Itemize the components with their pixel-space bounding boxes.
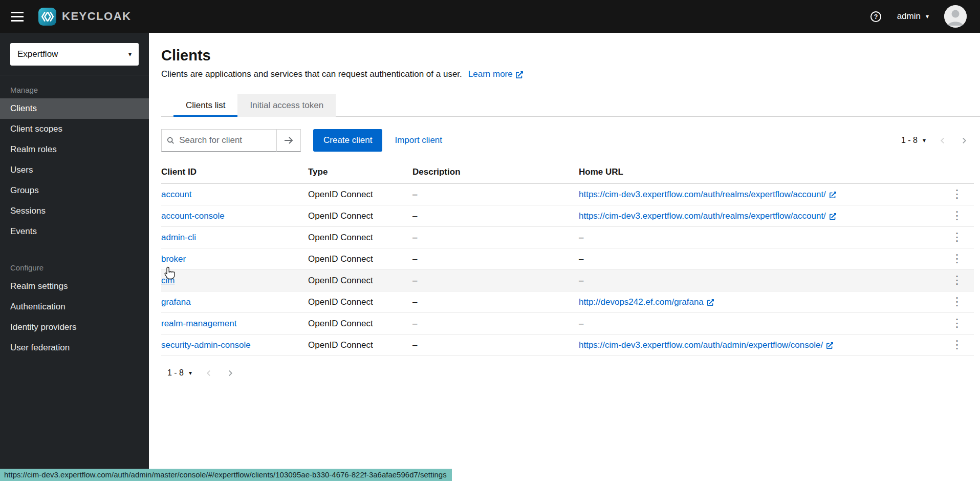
pagination-bottom: 1 - 8 ▾ [161, 364, 974, 382]
sidebar-toggle-button[interactable] [11, 12, 24, 22]
help-icon[interactable]: ? [870, 11, 882, 23]
home-url-link[interactable]: http://devops242.ef.com/grafana [579, 297, 714, 307]
row-actions-kebab[interactable]: ⋮ [945, 189, 969, 200]
import-client-link[interactable]: Import client [395, 135, 442, 145]
table-row: realm-managementOpenID Connect––⋮ [161, 313, 974, 334]
sidebar-item-user-federation[interactable]: User federation [0, 338, 149, 358]
sidebar-item-client-scopes[interactable]: Client scopes [0, 119, 149, 139]
main-content: Clients Clients are applications and ser… [149, 33, 980, 481]
sidebar-item-realm-settings[interactable]: Realm settings [0, 276, 149, 297]
client-id-link[interactable]: admin-cli [161, 233, 196, 243]
client-description: – [412, 313, 579, 334]
sidebar-item-users[interactable]: Users [0, 160, 149, 180]
client-type: OpenID Connect [308, 270, 412, 291]
learn-more-link[interactable]: Learn more [468, 69, 523, 79]
table-row: brokerOpenID Connect––⋮ [161, 248, 974, 270]
sidebar-item-clients[interactable]: Clients [0, 98, 149, 119]
row-actions-kebab[interactable]: ⋮ [945, 318, 969, 329]
client-description: – [412, 227, 579, 248]
pagination-range: 1 - 8 [167, 368, 184, 378]
chevron-right-icon [961, 137, 967, 144]
client-type: OpenID Connect [308, 334, 412, 356]
client-type: OpenID Connect [308, 291, 412, 313]
col-type: Type [308, 161, 412, 184]
client-description: – [412, 248, 579, 270]
table-row: security-admin-consoleOpenID Connect–htt… [161, 334, 974, 356]
table-header-row: Client ID Type Description Home URL [161, 161, 974, 184]
table-toolbar: Create client Import client 1 - 8 ▾ [161, 129, 974, 152]
pagination-options-menu[interactable]: 1 - 8 ▾ [161, 364, 198, 382]
status-url-tooltip: https://cim-dev3.expertflow.com/auth/adm… [0, 469, 452, 481]
client-id-link[interactable]: realm-management [161, 319, 236, 329]
svg-text:?: ? [874, 13, 878, 20]
row-actions-kebab[interactable]: ⋮ [945, 253, 969, 264]
learn-more-label: Learn more [468, 69, 513, 79]
create-client-button[interactable]: Create client [313, 129, 382, 152]
search-submit-button[interactable] [277, 129, 301, 152]
pagination-prev-button[interactable] [933, 133, 953, 149]
tab-clients-list[interactable]: Clients list [173, 94, 237, 117]
home-url-link[interactable]: https://cim-dev3.expertflow.com/auth/rea… [579, 190, 836, 200]
pagination-next-button[interactable] [954, 133, 974, 149]
sidebar-item-realm-roles[interactable]: Realm roles [0, 139, 149, 160]
client-type: OpenID Connect [308, 313, 412, 334]
tab-initial-access-token[interactable]: Initial access token [237, 94, 336, 117]
chevron-right-icon [227, 369, 233, 377]
search-input[interactable] [178, 135, 271, 146]
row-actions-kebab[interactable]: ⋮ [945, 339, 969, 350]
col-actions [945, 161, 974, 184]
keycloak-logo: KEYCLOAK [38, 7, 131, 26]
sidebar-item-groups[interactable]: Groups [0, 180, 149, 201]
client-id-link[interactable]: security-admin-console [161, 340, 251, 350]
home-url-empty: – [579, 254, 583, 264]
keycloak-logo-icon [38, 7, 57, 26]
clients-table: Client ID Type Description Home URL acco… [161, 161, 974, 356]
chevron-left-icon [940, 137, 946, 144]
col-client-id: Client ID [161, 161, 308, 184]
table-row: grafanaOpenID Connect–http://devops242.e… [161, 291, 974, 313]
client-description: – [412, 291, 579, 313]
row-actions-kebab[interactable]: ⋮ [945, 210, 969, 221]
client-id-link[interactable]: account-console [161, 211, 225, 221]
sidebar-item-authentication[interactable]: Authentication [0, 297, 149, 317]
pagination-prev-button[interactable] [199, 365, 219, 381]
client-id-link[interactable]: cim [161, 276, 175, 286]
table-row: accountOpenID Connect–https://cim-dev3.e… [161, 184, 974, 205]
row-actions-kebab[interactable]: ⋮ [945, 296, 969, 307]
top-bar: KEYCLOAK ? admin ▾ [0, 0, 980, 33]
page-description: Clients are applications and services th… [161, 69, 462, 79]
current-realm: Expertflow [17, 49, 58, 59]
sidebar-item-sessions[interactable]: Sessions [0, 201, 149, 221]
pagination-next-button[interactable] [220, 365, 240, 381]
sidebar-item-identity-providers[interactable]: Identity providers [0, 317, 149, 338]
table-row: account-consoleOpenID Connect–https://ci… [161, 205, 974, 227]
table-row: cimOpenID Connect––⋮ [161, 270, 974, 291]
user-menu[interactable]: admin ▾ [897, 11, 929, 22]
external-link-icon [826, 342, 833, 349]
client-id-link[interactable]: account [161, 190, 192, 200]
avatar-person-icon [944, 5, 967, 28]
caret-down-icon: ▾ [923, 137, 926, 143]
realm-selector-container: Expertflow ▾ [0, 33, 149, 75]
caret-down-icon: ▾ [926, 13, 929, 19]
realm-selector-dropdown[interactable]: Expertflow ▾ [10, 43, 139, 66]
hamburger-icon [11, 12, 24, 22]
avatar[interactable] [944, 5, 967, 28]
row-actions-kebab[interactable]: ⋮ [945, 275, 969, 286]
client-id-link[interactable]: broker [161, 254, 186, 264]
home-url-link[interactable]: https://cim-dev3.expertflow.com/auth/rea… [579, 211, 836, 221]
client-description: – [412, 270, 579, 291]
client-id-link[interactable]: grafana [161, 297, 191, 307]
pagination-top: 1 - 8 ▾ [895, 132, 974, 149]
external-link-icon [830, 213, 836, 220]
caret-down-icon: ▾ [189, 370, 192, 376]
search-group [161, 129, 301, 152]
client-type: OpenID Connect [308, 248, 412, 270]
sidebar-item-events[interactable]: Events [0, 221, 149, 242]
external-link-icon [830, 192, 836, 198]
col-home-url: Home URL [579, 161, 945, 184]
arrow-right-icon [284, 136, 294, 144]
pagination-options-menu[interactable]: 1 - 8 ▾ [895, 132, 932, 149]
home-url-link[interactable]: https://cim-dev3.expertflow.com/auth/adm… [579, 340, 833, 350]
row-actions-kebab[interactable]: ⋮ [945, 232, 969, 243]
